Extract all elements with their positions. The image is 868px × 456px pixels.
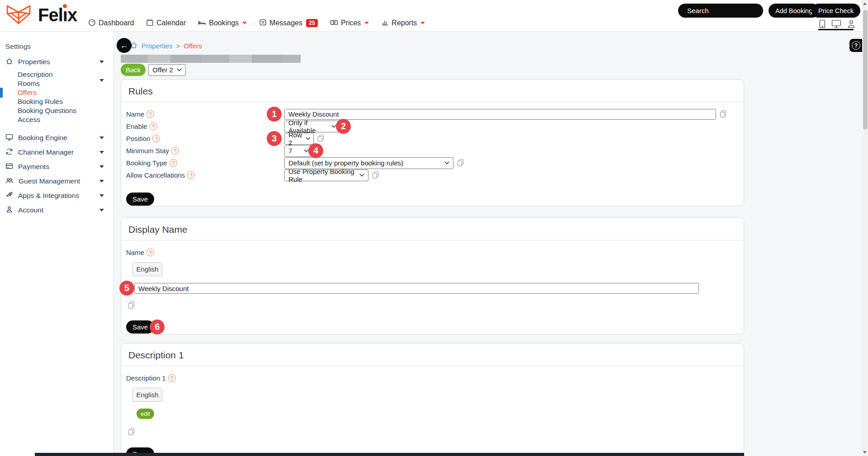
copy-icon[interactable] <box>457 159 464 167</box>
page-scrollbar[interactable] <box>862 0 868 456</box>
sidebar-item-booking-questions[interactable]: Booking Questions <box>5 106 107 115</box>
person-icon <box>5 206 13 215</box>
price-check-button[interactable]: Price Check <box>811 4 860 18</box>
help-icon[interactable]: ? <box>170 159 177 167</box>
help-icon: ? <box>852 41 860 50</box>
main-nav: Dashboard Calendar Bookings Messages 25 … <box>88 16 425 30</box>
sidebar-item-properties[interactable]: Properties <box>5 57 107 67</box>
reports-icon <box>381 19 389 28</box>
rules-name-row: Name? 1 <box>126 108 736 120</box>
chevron-down-icon <box>99 165 104 168</box>
chevron-down-icon <box>364 22 369 24</box>
scroll-down-arrow-icon[interactable] <box>863 451 867 454</box>
chevron-down-icon <box>420 22 425 24</box>
annotation-badge-2: 2 <box>336 119 351 134</box>
breadcrumb-properties[interactable]: Properties <box>142 42 172 50</box>
chevron-down-icon <box>359 174 364 177</box>
chevron-down-icon <box>444 161 449 165</box>
display-name-input[interactable] <box>134 283 699 294</box>
help-button[interactable]: ? <box>849 39 863 52</box>
sidebar-item-offers[interactable]: Offers <box>5 88 107 97</box>
messages-count-badge: 25 <box>306 19 318 27</box>
description-panel-title: Description 1 <box>121 343 744 366</box>
rules-booking-type-row: Booking Type? Default (set by property b… <box>126 157 736 169</box>
offer-toolbar: Back Offer 2 <box>121 64 186 76</box>
breadcrumb: Properties > Offers <box>130 41 202 51</box>
description-panel: Description 1 Description 1? English edi… <box>121 343 744 456</box>
nav-calendar[interactable]: Calendar <box>146 19 186 28</box>
annotation-badge-4: 4 <box>308 143 323 158</box>
back-button[interactable]: Back <box>121 64 146 76</box>
chevron-down-icon <box>177 68 182 71</box>
edit-button[interactable]: edit <box>137 409 154 419</box>
scroll-up-arrow-icon[interactable] <box>863 2 867 5</box>
fox-logo-icon <box>5 3 32 27</box>
redacted-property-name <box>121 55 301 63</box>
nav-dashboard[interactable]: Dashboard <box>88 19 134 28</box>
credit-card-icon <box>5 162 13 172</box>
rules-position-row: Position? 3 Row 2 <box>126 132 736 145</box>
offer-select[interactable]: Offer 2 <box>148 64 186 76</box>
copy-icon[interactable] <box>719 110 727 118</box>
copy-icon[interactable] <box>127 428 135 436</box>
chevron-down-icon <box>99 194 104 197</box>
copy-icon[interactable] <box>127 301 135 310</box>
chevron-down-icon <box>242 22 247 24</box>
sidebar-item-booking-rules[interactable]: Booking Rules <box>5 97 107 106</box>
sidebar-item-rooms[interactable]: Rooms <box>5 79 107 88</box>
top-header: Felıx Dashboard Calendar Bookings Messag… <box>0 0 868 32</box>
properties-submenu: Description Rooms Offers Booking Rules B… <box>5 70 107 124</box>
tab-english[interactable]: English <box>132 262 162 276</box>
display-name-panel: Display Name Name? English 5 Save 6 <box>121 217 744 334</box>
annotation-badge-1: 1 <box>267 107 282 122</box>
help-icon[interactable]: ? <box>152 135 160 142</box>
home-icon <box>5 57 13 67</box>
chevron-down-icon <box>306 137 311 140</box>
help-icon[interactable]: ? <box>187 171 195 179</box>
sidebar-item-payments[interactable]: Payments <box>5 162 107 172</box>
help-icon[interactable]: ? <box>146 110 154 118</box>
help-icon[interactable]: ? <box>150 122 157 130</box>
rules-min-stay-row: Minimum Stay? 7 4 <box>126 145 736 157</box>
search-input[interactable] <box>678 4 763 18</box>
nav-prices[interactable]: Prices <box>330 19 369 28</box>
tab-english[interactable]: English <box>132 388 162 402</box>
annotation-badge-3: 3 <box>267 131 282 146</box>
sidebar-title: Settings <box>5 42 107 51</box>
nav-bookings[interactable]: Bookings <box>198 19 247 28</box>
copy-icon[interactable] <box>317 134 325 143</box>
back-arrow-button[interactable]: ← <box>117 38 132 53</box>
position-select[interactable]: Row 2 <box>284 133 314 145</box>
nav-reports[interactable]: Reports <box>381 19 425 28</box>
help-icon[interactable]: ? <box>171 147 179 155</box>
breadcrumb-offers[interactable]: Offers <box>184 42 202 50</box>
copy-icon[interactable] <box>372 171 379 179</box>
chevron-down-icon <box>99 136 104 139</box>
help-icon[interactable]: ? <box>168 374 176 382</box>
sidebar-item-guest-management[interactable]: Guest Management <box>5 176 107 186</box>
allow-cancellations-select[interactable]: Use Property Booking Rule <box>284 169 368 181</box>
nav-messages[interactable]: Messages 25 <box>259 19 318 28</box>
help-icon[interactable]: ? <box>146 249 154 256</box>
sidebar-item-channel-manager[interactable]: Channel Manager <box>5 147 107 157</box>
sidebar-item-description[interactable]: Description <box>5 70 107 79</box>
sidebar-item-access[interactable]: Access <box>5 115 107 124</box>
rules-enable-row: Enable? Only if Available 2 <box>126 120 736 132</box>
bottom-edge-bar <box>35 453 744 456</box>
save-button[interactable]: Save <box>126 193 154 206</box>
chevron-down-icon <box>99 209 104 212</box>
rules-panel-title: Rules <box>121 80 744 102</box>
sidebar-item-apps-integrations[interactable]: Apps & Integrations <box>5 191 107 201</box>
chevron-down-icon <box>99 61 104 63</box>
display-name-panel-title: Display Name <box>121 218 744 240</box>
sidebar-item-account[interactable]: Account <box>5 205 107 215</box>
chevron-down-icon <box>99 180 104 183</box>
devices-underline <box>818 29 854 30</box>
sidebar-item-booking-engine[interactable]: Booking Engine <box>5 133 107 143</box>
felix-logo[interactable]: Felıx <box>5 3 77 27</box>
calendar-icon <box>146 19 154 28</box>
chevron-down-icon <box>99 79 104 82</box>
scrollbar-thumb[interactable] <box>863 10 868 130</box>
rules-cancellations-row: Allow Cancellations? Use Property Bookin… <box>126 169 736 181</box>
rules-name-input[interactable] <box>284 109 716 120</box>
